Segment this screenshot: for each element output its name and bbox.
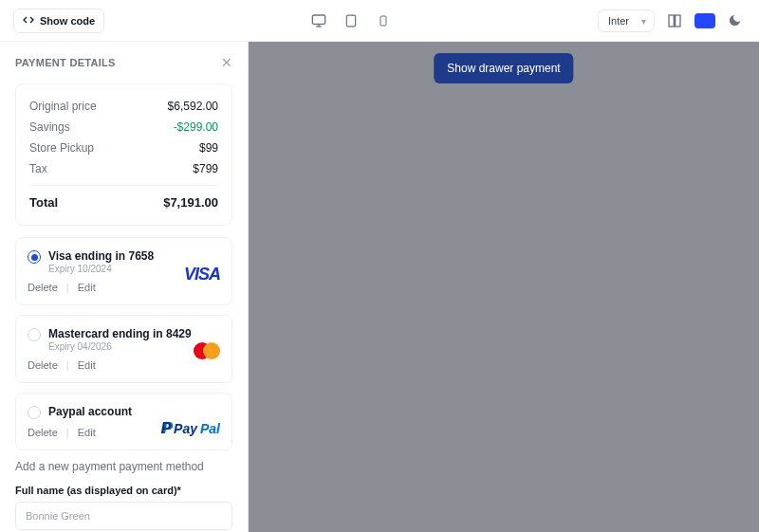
chevron-down-icon: ▾ <box>641 16 646 27</box>
payment-radio[interactable] <box>28 328 41 341</box>
code-icon <box>23 14 34 28</box>
summary-row: Savings -$299.00 <box>29 117 218 138</box>
payment-radio[interactable] <box>28 250 41 264</box>
summary-value: $799 <box>193 162 218 175</box>
summary-value: $99 <box>199 141 218 155</box>
summary-label: Store Pickup <box>29 141 94 155</box>
show-code-label: Show code <box>40 15 95 27</box>
summary-total-row: Total $7,191.00 <box>29 185 218 213</box>
delete-button[interactable]: Delete <box>28 282 58 293</box>
mobile-icon[interactable] <box>373 10 394 31</box>
payment-method-title: Mastercard ending in 8429 <box>48 327 192 340</box>
drawer-title: PAYMENT DETAILS <box>15 57 116 68</box>
svg-rect-7 <box>669 15 674 27</box>
visa-logo: VISA <box>184 265 220 284</box>
tablet-icon[interactable] <box>341 10 361 31</box>
summary-total-value: $7,191.00 <box>163 195 218 210</box>
paypal-logo: PPayPal <box>160 420 220 437</box>
device-switcher <box>308 10 394 31</box>
fullname-input[interactable] <box>15 502 232 530</box>
payment-method-title: Paypal account <box>48 405 132 418</box>
svg-rect-8 <box>676 15 680 27</box>
rtl-toggle-icon[interactable] <box>664 10 685 31</box>
payment-method-title: Visa ending in 7658 <box>48 249 154 263</box>
summary-value: $6,592.00 <box>168 100 218 113</box>
payment-drawer: PAYMENT DETAILS ✕ Original price $6,592.… <box>0 42 249 532</box>
summary-row: Original price $6,592.00 <box>29 96 218 117</box>
color-theme-pill[interactable] <box>694 13 715 28</box>
canvas: PAYMENT DETAILS ✕ Original price $6,592.… <box>0 42 759 532</box>
topbar-right: Inter ▾ <box>598 9 746 32</box>
close-icon[interactable]: ✕ <box>221 55 232 70</box>
payment-method-card: Visa ending in 7658 Expiry 10/2024 VISA … <box>15 237 232 305</box>
show-drawer-button[interactable]: Show drawer payment <box>434 53 573 83</box>
svg-rect-0 <box>312 15 324 24</box>
dark-mode-toggle[interactable] <box>725 10 746 31</box>
fullname-label: Full name (as displayed on card)* <box>15 485 232 496</box>
delete-button[interactable]: Delete <box>28 427 58 438</box>
svg-rect-3 <box>346 15 355 27</box>
summary-label: Tax <box>29 162 47 175</box>
summary-label: Savings <box>29 120 70 134</box>
svg-rect-5 <box>380 16 386 26</box>
summary-label: Original price <box>29 100 97 113</box>
payment-method-card: Paypal account PPayPal Delete | Edit <box>15 393 232 450</box>
edit-button[interactable]: Edit <box>78 359 96 371</box>
mastercard-logo <box>194 342 220 359</box>
topbar: Show code Inter ▾ <box>0 0 759 42</box>
payment-method-sub: Expiry 04/2026 <box>48 341 192 352</box>
show-code-button[interactable]: Show code <box>13 9 104 33</box>
payment-method-sub: Expiry 10/2024 <box>48 264 154 274</box>
edit-button[interactable]: Edit <box>78 282 96 293</box>
summary-total-label: Total <box>29 195 58 210</box>
desktop-icon[interactable] <box>308 10 329 31</box>
payment-radio[interactable] <box>28 406 41 419</box>
summary-row: Tax $799 <box>29 158 218 179</box>
edit-button[interactable]: Edit <box>78 427 96 438</box>
payment-method-card: Mastercard ending in 8429 Expiry 04/2026… <box>15 315 232 383</box>
delete-button[interactable]: Delete <box>28 359 58 371</box>
drawer-header: PAYMENT DETAILS ✕ <box>15 55 232 70</box>
preview-stage: Show drawer payment <box>249 42 759 532</box>
font-select-value: Inter <box>608 15 629 27</box>
add-method-title: Add a new payment payment method <box>15 460 232 473</box>
font-select[interactable]: Inter ▾ <box>598 9 655 32</box>
summary-row: Store Pickup $99 <box>29 138 218 158</box>
summary-value: -$299.00 <box>174 120 218 134</box>
order-summary: Original price $6,592.00 Savings -$299.0… <box>15 83 232 226</box>
